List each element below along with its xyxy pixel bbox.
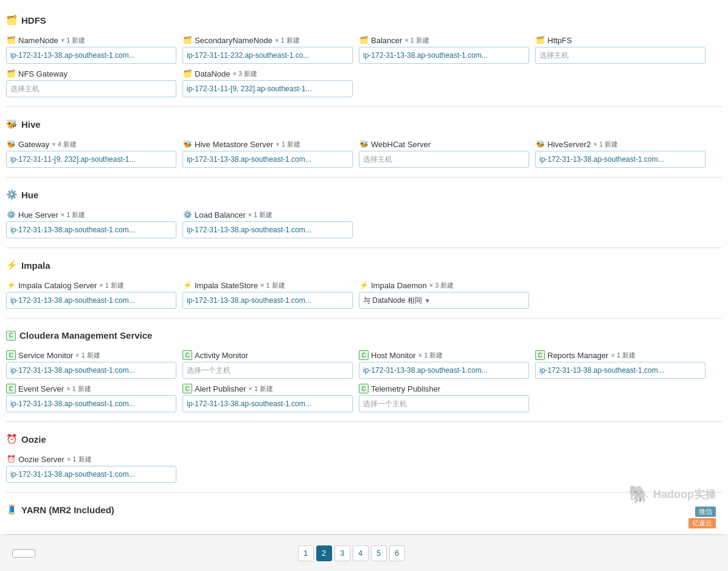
- dropdown-arrow-icon: ▼: [425, 297, 431, 304]
- component-label: ⚡ Impala Daemon × 3 新建: [359, 280, 529, 290]
- host-display[interactable]: ip-172-31-11-[9, 232].ap-southeast-1...: [182, 80, 353, 97]
- component-badge: × 1 新建: [594, 140, 619, 149]
- component-card: C Host Monitor × 1 新建 ip-172-31-13-38.ap…: [359, 350, 529, 379]
- host-selector[interactable]: 与 DataNode 相同▼: [359, 292, 529, 309]
- component-card: 🐝 Gateway × 4 新建 ip-172-31-11-[9, 232].a…: [6, 139, 176, 168]
- component-name: Event Server: [18, 384, 64, 393]
- back-button[interactable]: [12, 549, 35, 558]
- host-display[interactable]: ip-172-31-13-38.ap-southeast-1.com...: [535, 362, 705, 379]
- host-display[interactable]: ip-172-31-13-38.ap-southeast-1.com...: [6, 395, 176, 412]
- component-label: 🗂️ DataNode × 3 新建: [182, 69, 353, 78]
- component-label: 🐝 WebHCat Server: [359, 139, 529, 149]
- component-name: Hue Server: [18, 210, 58, 220]
- section-title-hue: ⚙️Hue: [6, 187, 722, 202]
- component-name: Load Balancer: [195, 210, 246, 220]
- component-icon: ⚡: [182, 280, 192, 290]
- component-label: 🗂️ NFS Gateway: [6, 69, 176, 78]
- host-display[interactable]: ip-172-31-13-38.ap-southeast-1.com...: [182, 151, 353, 168]
- component-icon: C: [6, 384, 16, 393]
- component-icon: C: [359, 384, 369, 393]
- component-name: NFS Gateway: [18, 69, 68, 78]
- component-name: WebHCat Server: [371, 140, 431, 149]
- component-icon: 🐝: [359, 139, 369, 149]
- components-grid-hue: ⚙️ Hue Server × 1 新建 ip-172-31-13-38.ap-…: [6, 210, 722, 238]
- section-oozie: ⏰Oozie ⏰ Oozie Server × 1 新建 ip-172-31-1…: [6, 425, 722, 493]
- component-name: Alert Publisher: [195, 384, 246, 393]
- section-hive: 🐝Hive 🐝 Gateway × 4 新建 ip-172-31-11-[9, …: [6, 110, 722, 178]
- host-selector[interactable]: 选择一个主机: [359, 395, 529, 412]
- component-label: C Reports Manager × 1 新建: [535, 350, 705, 360]
- component-card: ⚙️ Load Balancer × 1 新建 ip-172-31-13-38.…: [182, 210, 353, 238]
- component-icon: C: [359, 350, 369, 360]
- section-hdfs: 🗂️HDFS 🗂️ NameNode × 1 新建 ip-172-31-13-3…: [6, 6, 722, 107]
- component-icon: ⚙️: [6, 210, 16, 220]
- component-label: 🐝 Gateway × 4 新建: [6, 139, 176, 149]
- component-label: C Host Monitor × 1 新建: [359, 350, 529, 360]
- component-badge: × 1 新建: [75, 351, 100, 360]
- component-card: C Activity Monitor 选择一个主机: [182, 350, 353, 379]
- component-card: 🐝 HiveServer2 × 1 新建 ip-172-31-13-38.ap-…: [535, 139, 705, 168]
- component-badge: × 1 新建: [260, 281, 285, 290]
- component-name: NameNode: [18, 36, 58, 45]
- components-grid-oozie: ⏰ Oozie Server × 1 新建 ip-172-31-13-38.ap…: [6, 454, 722, 483]
- component-card: 🗂️ Balancer × 1 新建 ip-172-31-13-38.ap-so…: [359, 35, 529, 64]
- host-display[interactable]: ip-172-31-13-38.ap-southeast-1.com...: [182, 395, 353, 412]
- page-btn-6[interactable]: 6: [389, 545, 405, 561]
- component-icon: 🐝: [182, 139, 192, 149]
- component-name: Telemetry Publisher: [371, 384, 440, 393]
- component-label: ⚙️ Load Balancer × 1 新建: [182, 210, 353, 220]
- component-badge: × 1 新建: [67, 455, 92, 464]
- component-label: 🗂️ NameNode × 1 新建: [6, 35, 176, 45]
- host-selector[interactable]: 选择主机: [359, 151, 529, 168]
- component-label: ⚡ Impala StateStore × 1 新建: [182, 280, 353, 290]
- components-grid-cloudera: C Service Monitor × 1 新建 ip-172-31-13-38…: [6, 350, 722, 412]
- component-icon: 🗂️: [182, 69, 192, 78]
- host-display[interactable]: ip-172-31-13-38.ap-southeast-1.com...: [6, 362, 176, 379]
- component-card: 🐝 Hive Metastore Server × 1 新建 ip-172-31…: [182, 139, 353, 168]
- component-badge: × 1 新建: [611, 351, 636, 360]
- component-card: 🗂️ NFS Gateway 选择主机: [6, 69, 176, 97]
- component-icon: 🗂️: [359, 35, 369, 45]
- component-icon: C: [182, 350, 192, 360]
- section-hue: ⚙️Hue ⚙️ Hue Server × 1 新建 ip-172-31-13-…: [6, 181, 722, 248]
- component-icon: ⚡: [6, 280, 16, 290]
- host-display[interactable]: ip-172-31-13-38.ap-southeast-1.com...: [359, 47, 529, 64]
- component-name: Gateway: [18, 140, 49, 149]
- components-grid-impala: ⚡ Impala Catalog Server × 1 新建 ip-172-31…: [6, 280, 722, 309]
- host-display[interactable]: ip-172-31-11-[9, 232].ap-southeast-1...: [6, 151, 176, 168]
- component-card: ⏰ Oozie Server × 1 新建 ip-172-31-13-38.ap…: [6, 454, 176, 483]
- component-card: ⚙️ Hue Server × 1 新建 ip-172-31-13-38.ap-…: [6, 210, 176, 238]
- component-badge: × 1 新建: [249, 384, 274, 393]
- page-btn-5[interactable]: 5: [371, 545, 387, 561]
- pagination: 123456: [298, 545, 405, 561]
- page-btn-3[interactable]: 3: [335, 545, 350, 561]
- host-display[interactable]: ip-172-31-13-38.ap-southeast-1.com...: [6, 292, 176, 309]
- component-card: 🗂️ NameNode × 1 新建 ip-172-31-13-38.ap-so…: [6, 35, 176, 64]
- component-icon: 🗂️: [6, 35, 16, 45]
- host-display[interactable]: ip-172-31-13-38.ap-southeast-1.com...: [6, 466, 176, 483]
- component-card: 🗂️ SecondaryNameNode × 1 新建 ip-172-31-11…: [182, 35, 353, 64]
- host-display[interactable]: ip-172-31-13-38.ap-southeast-1.com...: [359, 362, 529, 379]
- host-display[interactable]: ip-172-31-11-232.ap-southeast-1.co...: [182, 47, 353, 64]
- page-btn-2[interactable]: 2: [316, 545, 332, 561]
- section-title-cloudera: CCloudera Management Service: [6, 328, 722, 343]
- host-display[interactable]: ip-172-31-13-38.ap-southeast-1.com...: [6, 47, 176, 64]
- component-name: Hive Metastore Server: [195, 140, 273, 149]
- host-display[interactable]: ip-172-31-13-38.ap-southeast-1.com...: [182, 221, 353, 238]
- page-btn-1[interactable]: 1: [298, 545, 314, 561]
- component-icon: C: [535, 350, 545, 360]
- footer: 123456: [0, 535, 728, 571]
- host-display[interactable]: ip-172-31-13-38.ap-southeast-1.com...: [535, 151, 705, 168]
- component-label: 🐝 Hive Metastore Server × 1 新建: [182, 139, 353, 149]
- host-selector[interactable]: 选择一个主机: [182, 362, 353, 379]
- host-selector[interactable]: 选择主机: [535, 47, 705, 64]
- host-display[interactable]: ip-172-31-13-38.ap-southeast-1.com...: [182, 292, 353, 309]
- host-display[interactable]: ip-172-31-13-38.ap-southeast-1.com...: [6, 221, 176, 238]
- component-name: Impala StateStore: [195, 281, 258, 290]
- component-card: C Reports Manager × 1 新建 ip-172-31-13-38…: [535, 350, 705, 379]
- section-yarn: 🧵YARN (MR2 Included): [6, 496, 722, 535]
- page-btn-4[interactable]: 4: [353, 545, 369, 561]
- component-label: C Service Monitor × 1 新建: [6, 350, 176, 360]
- component-badge: × 1 新建: [275, 36, 300, 45]
- host-selector[interactable]: 选择主机: [6, 80, 176, 97]
